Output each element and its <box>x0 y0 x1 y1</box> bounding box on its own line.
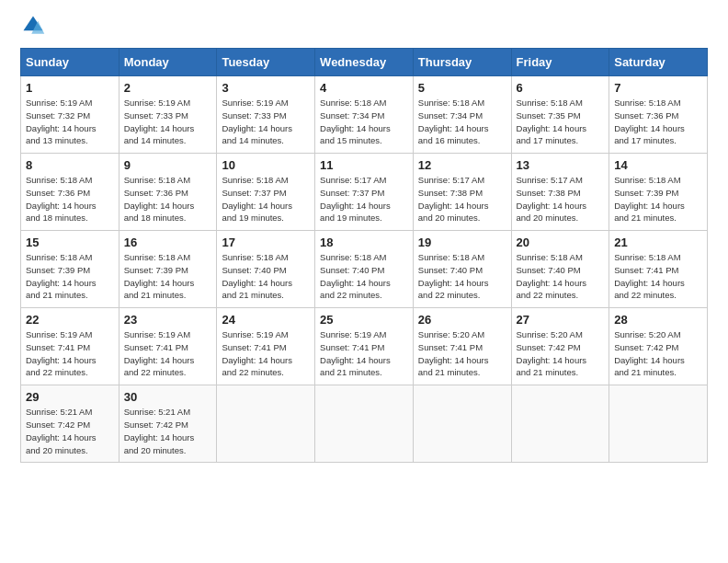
day-info: Sunrise: 5:18 AMSunset: 7:39 PMDaylight:… <box>614 174 702 224</box>
day-info: Sunrise: 5:18 AMSunset: 7:34 PMDaylight:… <box>320 97 408 147</box>
day-number: 15 <box>26 236 114 249</box>
day-info: Sunrise: 5:18 AMSunset: 7:40 PMDaylight:… <box>517 251 605 302</box>
day-info: Sunrise: 5:18 AMSunset: 7:36 PMDaylight:… <box>26 174 114 224</box>
calendar-cell: 14Sunrise: 5:18 AMSunset: 7:39 PMDayligh… <box>609 154 708 231</box>
day-number: 14 <box>614 158 702 172</box>
weekday-header-thursday: Thursday <box>413 49 511 76</box>
day-info: Sunrise: 5:18 AMSunset: 7:34 PMDaylight:… <box>418 97 506 147</box>
weekday-header-row: SundayMondayTuesdayWednesdayThursdayFrid… <box>21 49 708 76</box>
day-info: Sunrise: 5:18 AMSunset: 7:40 PMDaylight:… <box>320 251 408 302</box>
day-info: Sunrise: 5:20 AMSunset: 7:42 PMDaylight:… <box>614 328 702 379</box>
day-number: 18 <box>320 236 408 249</box>
weekday-header-monday: Monday <box>119 49 217 76</box>
day-info: Sunrise: 5:21 AMSunset: 7:42 PMDaylight:… <box>26 406 114 456</box>
calendar-cell: 17Sunrise: 5:18 AMSunset: 7:40 PMDayligh… <box>217 231 315 308</box>
day-info: Sunrise: 5:21 AMSunset: 7:42 PMDaylight:… <box>124 406 212 456</box>
logo-icon <box>20 13 46 39</box>
day-info: Sunrise: 5:19 AMSunset: 7:41 PMDaylight:… <box>26 328 114 379</box>
calendar-table: SundayMondayTuesdayWednesdayThursdayFrid… <box>20 48 708 463</box>
day-number: 8 <box>26 158 114 172</box>
calendar-cell: 5Sunrise: 5:18 AMSunset: 7:34 PMDaylight… <box>413 76 511 154</box>
calendar-cell <box>609 385 708 463</box>
day-number: 20 <box>517 236 605 249</box>
calendar-week-row: 15Sunrise: 5:18 AMSunset: 7:39 PMDayligh… <box>21 231 708 308</box>
day-number: 2 <box>124 81 212 95</box>
calendar-week-row: 29Sunrise: 5:21 AMSunset: 7:42 PMDayligh… <box>21 385 708 463</box>
calendar-cell: 8Sunrise: 5:18 AMSunset: 7:36 PMDaylight… <box>21 154 119 231</box>
calendar-cell: 10Sunrise: 5:18 AMSunset: 7:37 PMDayligh… <box>217 154 315 231</box>
day-info: Sunrise: 5:19 AMSunset: 7:33 PMDaylight:… <box>222 97 310 147</box>
day-number: 24 <box>222 313 310 327</box>
day-number: 6 <box>517 81 605 95</box>
weekday-header-wednesday: Wednesday <box>315 49 414 76</box>
day-info: Sunrise: 5:19 AMSunset: 7:33 PMDaylight:… <box>124 97 212 147</box>
day-info: Sunrise: 5:18 AMSunset: 7:40 PMDaylight:… <box>222 251 310 302</box>
calendar-cell: 15Sunrise: 5:18 AMSunset: 7:39 PMDayligh… <box>21 231 119 308</box>
day-number: 7 <box>614 81 702 95</box>
calendar-cell: 3Sunrise: 5:19 AMSunset: 7:33 PMDaylight… <box>217 76 315 154</box>
day-number: 16 <box>124 236 212 249</box>
day-info: Sunrise: 5:18 AMSunset: 7:36 PMDaylight:… <box>124 174 212 224</box>
weekday-header-friday: Friday <box>511 49 609 76</box>
calendar-cell: 22Sunrise: 5:19 AMSunset: 7:41 PMDayligh… <box>21 308 119 385</box>
day-info: Sunrise: 5:18 AMSunset: 7:35 PMDaylight:… <box>517 97 605 147</box>
weekday-header-tuesday: Tuesday <box>217 49 315 76</box>
calendar-cell: 25Sunrise: 5:19 AMSunset: 7:41 PMDayligh… <box>315 308 414 385</box>
day-number: 11 <box>320 158 408 172</box>
calendar-cell: 9Sunrise: 5:18 AMSunset: 7:36 PMDaylight… <box>119 154 217 231</box>
weekday-header-sunday: Sunday <box>21 49 119 76</box>
calendar-week-row: 8Sunrise: 5:18 AMSunset: 7:36 PMDaylight… <box>21 154 708 231</box>
day-info: Sunrise: 5:20 AMSunset: 7:42 PMDaylight:… <box>517 328 605 379</box>
calendar-cell: 21Sunrise: 5:18 AMSunset: 7:41 PMDayligh… <box>609 231 708 308</box>
calendar-cell: 1Sunrise: 5:19 AMSunset: 7:32 PMDaylight… <box>21 76 119 154</box>
calendar-cell: 24Sunrise: 5:19 AMSunset: 7:41 PMDayligh… <box>217 308 315 385</box>
day-info: Sunrise: 5:17 AMSunset: 7:38 PMDaylight:… <box>418 174 506 224</box>
day-info: Sunrise: 5:19 AMSunset: 7:41 PMDaylight:… <box>320 328 408 379</box>
calendar-cell: 6Sunrise: 5:18 AMSunset: 7:35 PMDaylight… <box>511 76 609 154</box>
day-number: 25 <box>320 313 408 327</box>
day-number: 10 <box>222 158 310 172</box>
day-number: 13 <box>517 158 605 172</box>
calendar-cell: 18Sunrise: 5:18 AMSunset: 7:40 PMDayligh… <box>315 231 414 308</box>
calendar-cell <box>413 385 511 463</box>
day-number: 4 <box>320 81 408 95</box>
day-info: Sunrise: 5:19 AMSunset: 7:41 PMDaylight:… <box>222 328 310 379</box>
day-info: Sunrise: 5:20 AMSunset: 7:41 PMDaylight:… <box>418 328 506 379</box>
day-info: Sunrise: 5:18 AMSunset: 7:39 PMDaylight:… <box>124 251 212 302</box>
day-number: 27 <box>517 313 605 327</box>
calendar-cell <box>511 385 609 463</box>
calendar-cell <box>315 385 414 463</box>
calendar-cell: 13Sunrise: 5:17 AMSunset: 7:38 PMDayligh… <box>511 154 609 231</box>
day-number: 17 <box>222 236 310 249</box>
day-info: Sunrise: 5:19 AMSunset: 7:32 PMDaylight:… <box>26 97 114 147</box>
calendar-cell: 19Sunrise: 5:18 AMSunset: 7:40 PMDayligh… <box>413 231 511 308</box>
calendar-cell <box>217 385 315 463</box>
calendar-week-row: 1Sunrise: 5:19 AMSunset: 7:32 PMDaylight… <box>21 76 708 154</box>
logo <box>20 17 46 39</box>
calendar-cell: 28Sunrise: 5:20 AMSunset: 7:42 PMDayligh… <box>609 308 708 385</box>
day-number: 21 <box>614 236 702 249</box>
day-number: 5 <box>418 81 506 95</box>
calendar-cell: 11Sunrise: 5:17 AMSunset: 7:37 PMDayligh… <box>315 154 414 231</box>
calendar-cell: 29Sunrise: 5:21 AMSunset: 7:42 PMDayligh… <box>21 385 119 463</box>
day-number: 3 <box>222 81 310 95</box>
day-number: 26 <box>418 313 506 327</box>
day-number: 12 <box>418 158 506 172</box>
calendar-week-row: 22Sunrise: 5:19 AMSunset: 7:41 PMDayligh… <box>21 308 708 385</box>
calendar-cell: 12Sunrise: 5:17 AMSunset: 7:38 PMDayligh… <box>413 154 511 231</box>
calendar-cell: 23Sunrise: 5:19 AMSunset: 7:41 PMDayligh… <box>119 308 217 385</box>
day-number: 19 <box>418 236 506 249</box>
day-number: 22 <box>26 313 114 327</box>
calendar-cell: 4Sunrise: 5:18 AMSunset: 7:34 PMDaylight… <box>315 76 414 154</box>
day-info: Sunrise: 5:18 AMSunset: 7:40 PMDaylight:… <box>418 251 506 302</box>
weekday-header-saturday: Saturday <box>609 49 708 76</box>
calendar-cell: 20Sunrise: 5:18 AMSunset: 7:40 PMDayligh… <box>511 231 609 308</box>
day-number: 1 <box>26 81 114 95</box>
calendar-cell: 26Sunrise: 5:20 AMSunset: 7:41 PMDayligh… <box>413 308 511 385</box>
day-info: Sunrise: 5:18 AMSunset: 7:36 PMDaylight:… <box>614 97 702 147</box>
day-number: 29 <box>26 390 114 404</box>
calendar-cell: 16Sunrise: 5:18 AMSunset: 7:39 PMDayligh… <box>119 231 217 308</box>
day-number: 23 <box>124 313 212 327</box>
top-area <box>20 17 708 39</box>
day-info: Sunrise: 5:18 AMSunset: 7:37 PMDaylight:… <box>222 174 310 224</box>
